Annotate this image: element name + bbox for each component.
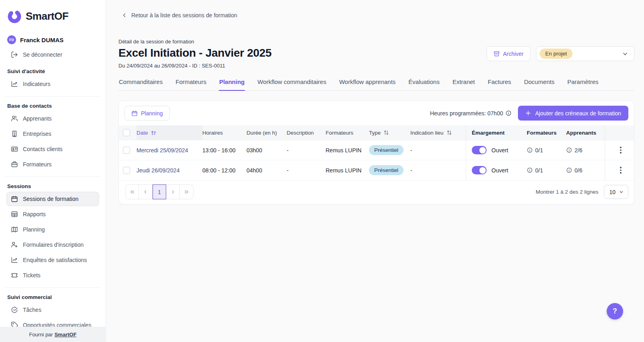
- sidebar-item-taches[interactable]: Tâches: [6, 303, 99, 317]
- last-page-button[interactable]: [180, 184, 194, 199]
- chevron-down-icon: [619, 189, 624, 195]
- chart-line-icon: [11, 256, 18, 264]
- tab-factures[interactable]: Factures: [487, 78, 512, 91]
- brand-name: SmartOF: [26, 10, 68, 23]
- back-link[interactable]: Retour à la liste des sessions de format…: [122, 12, 634, 18]
- sidebar-item-label: Contacts clients: [23, 146, 63, 152]
- type-badge: Présentiel: [369, 145, 404, 155]
- row-checkbox[interactable]: [123, 147, 130, 154]
- column-header-actions: [605, 125, 634, 140]
- column-header-type[interactable]: Type: [369, 125, 410, 140]
- sidebar-item-formulaires-inscription[interactable]: Formulaires d'inscription: [6, 238, 99, 252]
- header-controls: Archiver En projet: [487, 46, 634, 61]
- slot-formateurs: Remus LUPIN: [326, 140, 369, 160]
- section-base-contacts: Base de contacts: [7, 103, 99, 109]
- tab-evaluations[interactable]: Évaluations: [408, 78, 440, 91]
- sidebar-item-label: Formateurs: [23, 161, 52, 168]
- column-header-apprenants: Apprenants: [566, 125, 605, 140]
- sidebar-item-label: Indicateurs: [23, 81, 50, 87]
- user-name: Franck DUMAS: [20, 37, 63, 43]
- logout-button[interactable]: Se déconnecter: [6, 47, 99, 62]
- page-size-select[interactable]: 10: [604, 185, 628, 199]
- chevron-left-icon: [143, 189, 148, 195]
- pagination: 1: [125, 184, 194, 199]
- footer-brand-link[interactable]: SmartOF: [55, 332, 77, 338]
- sidebar-item-rapports[interactable]: Rapports: [6, 207, 99, 221]
- section-suivi-commercial: Suivi commercial: [7, 294, 99, 300]
- planning-view-label: Planning: [141, 110, 163, 117]
- tab-commanditaires[interactable]: Commanditaires: [118, 78, 163, 91]
- sidebar-item-tickets[interactable]: Tickets: [6, 268, 99, 283]
- tab-workflow-commanditaires[interactable]: Workflow commanditaires: [257, 78, 326, 91]
- chart-line-icon: [11, 80, 18, 88]
- archive-icon: [493, 51, 500, 57]
- archive-button[interactable]: Archiver: [487, 46, 530, 61]
- slot-date-link[interactable]: Jeudi 26/09/2024: [137, 167, 179, 174]
- apprenants-count: 0/6: [566, 160, 605, 180]
- column-header-formateurs-count: Formateurs: [527, 125, 566, 140]
- emargement-cell: Ouvert: [466, 160, 527, 180]
- planning-card: Planning Heures programmées: 07h00 Ajout…: [118, 100, 634, 205]
- slot-duree: 03h00: [247, 140, 287, 160]
- status-dropdown[interactable]: En projet: [536, 46, 634, 61]
- chevron-down-icon: [622, 51, 628, 57]
- table-icon: [11, 211, 18, 218]
- slot-date-link[interactable]: Mercredi 25/09/2024: [137, 147, 188, 154]
- slot-formateurs: Remus LUPIN: [326, 160, 369, 180]
- brand-logo[interactable]: SmartOF: [7, 9, 99, 23]
- sidebar-item-sessions-de-formation[interactable]: Sessions de formation: [6, 192, 99, 206]
- sidebar-item-formateurs[interactable]: Formateurs: [6, 157, 99, 172]
- users-icon: [11, 115, 18, 122]
- sort-icon: [383, 129, 389, 136]
- table-footer: 1 Montrer 1 à 2 des 2 lignes 10: [119, 180, 634, 204]
- tab-extranet[interactable]: Extranet: [452, 78, 475, 91]
- tab-parametres[interactable]: Paramètres: [567, 78, 599, 91]
- select-all-checkbox[interactable]: [123, 129, 130, 136]
- avatar: FD: [7, 35, 16, 44]
- row-menu-button[interactable]: [618, 165, 623, 175]
- sidebar-item-entreprises[interactable]: Entreprises: [6, 127, 99, 141]
- column-header-emargement: Émargement: [466, 125, 527, 140]
- tab-workflow-apprenants[interactable]: Workflow apprenants: [339, 78, 396, 91]
- next-page-button[interactable]: [166, 184, 180, 199]
- slot-description: -: [287, 160, 326, 180]
- tab-formateurs[interactable]: Formateurs: [175, 78, 207, 91]
- tab-planning[interactable]: Planning: [219, 78, 245, 91]
- info-icon: [566, 167, 572, 173]
- chevron-right-icon: [170, 189, 175, 195]
- sidebar-item-label: Apprenants: [23, 115, 52, 122]
- sidebar-item-planning[interactable]: Planning: [6, 222, 99, 237]
- emargement-toggle[interactable]: [472, 166, 487, 174]
- column-header-date[interactable]: Date: [137, 125, 202, 140]
- column-header-horaires: Horaires: [202, 125, 247, 140]
- tab-documents[interactable]: Documents: [524, 78, 555, 91]
- session-dates-id: Du 24/09/2024 au 26/09/2024 - ID : SES-0…: [118, 63, 271, 69]
- page-number-button[interactable]: 1: [153, 184, 166, 199]
- map-icon: [11, 226, 18, 233]
- sidebar-item-contacts-clients[interactable]: Contacts clients: [6, 142, 99, 156]
- sidebar-item-enquetes-satisfactions[interactable]: Enquêtes de satisfactions: [6, 253, 99, 267]
- add-slots-button[interactable]: Ajouter des créneaux de formation: [518, 106, 628, 121]
- column-header-description: Description: [287, 125, 326, 140]
- row-checkbox[interactable]: [123, 167, 130, 174]
- row-menu-button[interactable]: [618, 145, 623, 155]
- sidebar-item-label: Planning: [23, 226, 45, 233]
- user-profile[interactable]: FD Franck DUMAS: [7, 35, 99, 44]
- sidebar-item-apprenants[interactable]: Apprenants: [6, 111, 99, 126]
- sidebar-item-indicateurs[interactable]: Indicateurs: [6, 77, 99, 91]
- sidebar-footer: Fourni par SmartOF: [0, 327, 106, 342]
- info-icon: [527, 147, 533, 153]
- first-page-button[interactable]: [125, 184, 139, 199]
- divider: [5, 96, 101, 96]
- info-icon[interactable]: [505, 110, 512, 116]
- planning-view-button[interactable]: Planning: [124, 106, 170, 121]
- help-button[interactable]: ?: [607, 303, 623, 319]
- column-header-indication-lieu[interactable]: Indication lieu: [410, 125, 466, 140]
- calendar-icon: [11, 195, 18, 203]
- check-circle-icon: [11, 306, 18, 313]
- emargement-toggle[interactable]: [472, 146, 487, 154]
- chevron-left-icon: [122, 12, 127, 18]
- previous-page-button[interactable]: [139, 184, 153, 199]
- divider: [5, 176, 101, 177]
- slot-indication-lieu: -: [410, 160, 466, 180]
